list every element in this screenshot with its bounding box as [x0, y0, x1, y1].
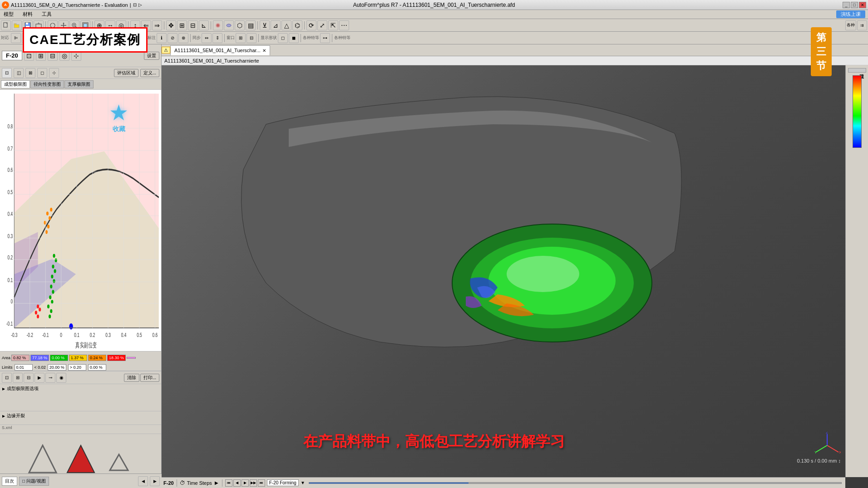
tool-btn-18[interactable]: ▤ [246, 20, 256, 30]
nav-tab-fld[interactable]: 成型极限图 [1, 80, 30, 88]
sync-btn1[interactable]: ⇔ [202, 33, 212, 43]
menu-material[interactable]: 材料 [22, 11, 34, 18]
svg-text:0.6: 0.6 [153, 332, 158, 338]
svg-point-33 [55, 259, 57, 262]
la-btn2[interactable]: ◫ [14, 68, 24, 78]
tree-tab-list[interactable]: 目次 [2, 477, 17, 486]
svg-marker-88 [67, 445, 94, 473]
tab-evaluate[interactable]: 评估区域 [114, 69, 138, 77]
lbt-btn5[interactable]: ⊸ [45, 373, 55, 383]
la-btn3[interactable]: ⊠ [25, 68, 35, 78]
tree-tab-issues[interactable]: □ 问题/视图 [19, 477, 49, 486]
tool-btn-11[interactable]: ✥ [166, 20, 176, 30]
3d-view[interactable]: 成型性 X Y Z 0.130 s / 0.00 mm ↕ [162, 65, 868, 477]
tool-btn-23[interactable]: ⟳ [306, 20, 316, 30]
svg-point-16 [227, 24, 231, 27]
open-button[interactable] [12, 20, 22, 30]
minimize-button[interactable]: _ [843, 2, 850, 8]
section-label-edge: 边缘开裂 [7, 413, 25, 419]
lbt-btn4[interactable]: ▶ [35, 373, 44, 383]
tool-btn-19[interactable]: ⊻ [260, 20, 270, 30]
tool-btn-26[interactable]: ⋯ [339, 20, 349, 30]
la-btn1[interactable]: ⊡ [2, 68, 12, 78]
svg-marker-89 [110, 454, 128, 470]
tool-btn-20[interactable]: ⊿ [271, 20, 281, 30]
tool-btn-13[interactable]: ⊟ [188, 20, 198, 30]
viewport-info: 0.130 s / 0.00 mm ↕ [797, 458, 841, 464]
annot-btn2[interactable]: ⊘ [168, 33, 178, 43]
svg-point-45 [69, 323, 73, 330]
print-btn[interactable]: 打印... [140, 374, 159, 382]
annot-btn3[interactable]: ⊗ [178, 33, 188, 43]
sync-btn2[interactable]: ⇕ [212, 33, 222, 43]
svg-point-28 [50, 284, 52, 288]
shape-btn1[interactable]: ◻ [278, 33, 288, 43]
special-btn1[interactable]: ⊶ [320, 33, 330, 43]
sep6 [257, 21, 258, 29]
sep13 [258, 34, 259, 42]
menu-model[interactable]: 模型 [3, 11, 15, 18]
tool-btn-12[interactable]: ⊞ [177, 20, 187, 30]
svg-point-37 [44, 221, 46, 224]
svg-text:Y: Y [814, 450, 817, 454]
ts-play-btn[interactable]: ▶ [242, 479, 249, 487]
ts-next-btn[interactable]: ▶▶ [250, 479, 257, 487]
tool-btn-25[interactable]: ⇱ [328, 20, 338, 30]
maximize-button[interactable]: □ [851, 2, 858, 8]
tool-btn-right2[interactable]: ⇉ [857, 20, 867, 30]
ts-sep1 [177, 479, 177, 487]
sep5 [211, 21, 211, 29]
settings-btn[interactable]: 设置 [144, 52, 159, 60]
title-bar: A A11113601_5EM_0_AI_Tuerscharnierte - E… [0, 0, 868, 10]
separator-sym: | [130, 2, 131, 8]
clear-btn[interactable]: 清除 [124, 374, 139, 382]
ts-end-btn[interactable]: ⏭ [258, 479, 265, 487]
lbt-btn6[interactable]: ◉ [56, 373, 66, 383]
menu-tools[interactable]: 工具 [41, 11, 53, 18]
svg-text:0.8: 0.8 [8, 123, 13, 129]
chapter-text2: 三 [816, 46, 826, 57]
shape-btn2[interactable]: ◼ [289, 33, 299, 43]
star-collect-overlay[interactable]: ★ 收藏 [109, 100, 128, 133]
tab-define[interactable]: 定义... [140, 69, 159, 77]
tree-btn1[interactable]: ◀ [138, 476, 148, 486]
win-btn1[interactable]: ⊞ [236, 33, 246, 43]
annot-btn1[interactable]: ℹ [157, 33, 167, 43]
section-header-fld[interactable]: ▶ 成型极限图选项 [2, 385, 159, 392]
ts-start-btn[interactable]: ⏮ [225, 479, 232, 487]
la-btn4[interactable]: ◻ [37, 68, 47, 78]
tool-btn-24[interactable]: ⤢ [317, 20, 327, 30]
tool-btn-14[interactable]: ⊾ [199, 20, 209, 30]
tool-btn-16[interactable] [224, 20, 234, 30]
win-btn2[interactable]: ⊟ [247, 33, 256, 43]
ts-dropdown-arrow[interactable]: ▼ [301, 480, 305, 485]
lbt-btn3[interactable]: ⊟ [24, 373, 34, 383]
nav-tab-thickness[interactable]: 支厚极限图 [64, 80, 94, 88]
ts-forming-dropdown[interactable]: F-20 Forming [267, 479, 299, 486]
close-button[interactable]: ✕ [859, 2, 866, 8]
nav-tab-strain[interactable]: 径向性变形图 [30, 80, 64, 88]
toolbar2-label1: 対応 [1, 35, 10, 41]
la-btn5[interactable]: ⊹ [49, 68, 59, 78]
ts-expand-btn[interactable]: ▶ [214, 480, 219, 485]
ts-prev-btn[interactable]: ◀ [233, 479, 241, 487]
stats-bar: Area 0.82 % 77.18 % 0.00 % 1.37 % 0.24 %… [0, 351, 161, 364]
tab-close-button[interactable]: ✕ [262, 48, 266, 53]
tool-btn-21[interactable]: △ [281, 20, 291, 30]
ts-progress-slider[interactable] [309, 482, 842, 484]
section-header-edge[interactable]: ▶ 边缘开裂 [2, 412, 159, 420]
tool-btn-10[interactable]: ⇒ [152, 20, 162, 30]
warning-indicator: ⚠ [162, 47, 170, 54]
lbt-btn2[interactable]: ⊞ [13, 373, 23, 383]
lbt-btn1[interactable]: ⊡ [2, 373, 12, 383]
tool-btn-22[interactable]: ⌬ [292, 20, 302, 30]
new-button[interactable] [1, 20, 11, 30]
tool-btn-17[interactable]: ⬡ [235, 20, 245, 30]
tool-btn-right1[interactable]: 各种 [845, 20, 856, 30]
course-button[interactable]: 演练上课 [836, 10, 865, 18]
right-panel-tab[interactable]: 成型性 [848, 68, 866, 73]
tool-btn-15[interactable] [213, 20, 223, 30]
tree-btn2[interactable]: ▶ [150, 476, 160, 486]
viewport-tab-main[interactable]: A11113601_5EM_001_AI_Tuerschar... ✕ [170, 45, 270, 55]
align-btn1[interactable]: ⊫ [11, 33, 21, 43]
